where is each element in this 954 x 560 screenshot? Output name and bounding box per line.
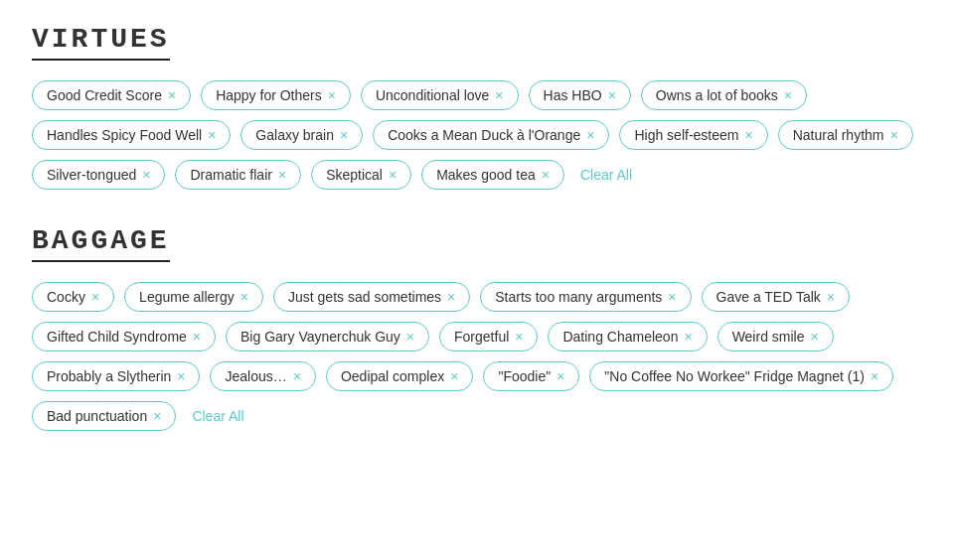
tag: "Foodie"× <box>483 361 579 391</box>
tag-remove-button[interactable]: × <box>889 128 897 142</box>
tag-label: Forgetful <box>454 329 509 345</box>
tag-label: Probably a Slytherin <box>47 368 171 384</box>
tag: Big Gary Vaynerchuk Guy× <box>226 322 429 351</box>
tag-remove-button[interactable]: × <box>668 290 676 304</box>
virtues-tags-container: Good Credit Score×Happy for Others×Uncon… <box>32 80 922 190</box>
tag-remove-button[interactable]: × <box>328 88 336 102</box>
tag: Natural rhythm× <box>778 120 913 150</box>
tag: Skeptical× <box>311 160 411 190</box>
tag-remove-button[interactable]: × <box>208 128 216 142</box>
virtues-section: VIRTUES Good Credit Score×Happy for Othe… <box>32 24 922 190</box>
tag: Jealous…× <box>210 361 315 391</box>
tag-label: Oedipal complex <box>341 368 444 384</box>
tag: Unconditional love× <box>361 80 519 110</box>
tag-remove-button[interactable]: × <box>153 409 161 423</box>
clear-all-button[interactable]: Clear All <box>574 163 638 187</box>
tag: Happy for Others× <box>201 80 351 110</box>
tag-label: Bad punctuation <box>47 408 147 424</box>
tag-label: Dating Chameleon <box>562 329 678 345</box>
tag: Oedipal complex× <box>326 361 473 391</box>
tag: Cooks a Mean Duck à l'Orange× <box>373 120 609 150</box>
tag-label: Starts too many arguments <box>495 289 662 305</box>
tag-label: High self-esteem <box>634 127 738 143</box>
tag-label: Owns a lot of books <box>656 87 778 103</box>
tag-label: Silver-tongued <box>47 167 136 183</box>
tag: Silver-tongued× <box>32 160 165 190</box>
tag: Has HBO× <box>529 80 631 110</box>
tag: High self-esteem× <box>619 120 767 150</box>
tag-label: "Foodie" <box>498 368 551 384</box>
tag-label: Just gets sad sometimes <box>288 289 441 305</box>
tag-label: Legume allergy <box>139 289 235 305</box>
tag-label: Big Gary Vaynerchuk Guy <box>240 329 400 345</box>
tag: "No Coffee No Workee" Fridge Magnet (1)× <box>589 361 893 391</box>
tag-label: Handles Spicy Food Well <box>47 127 202 143</box>
tag-remove-button[interactable]: × <box>827 290 835 304</box>
tag-remove-button[interactable]: × <box>515 330 523 344</box>
tag-remove-button[interactable]: × <box>240 290 248 304</box>
tag-remove-button[interactable]: × <box>177 369 185 383</box>
tag: Good Credit Score× <box>32 80 191 110</box>
baggage-title: BAGGAGE <box>32 225 170 262</box>
tag-remove-button[interactable]: × <box>556 369 564 383</box>
tag: Owns a lot of books× <box>641 80 807 110</box>
tag: Cocky× <box>32 282 114 312</box>
tag: Just gets sad sometimes× <box>273 282 470 312</box>
tag-remove-button[interactable]: × <box>168 88 176 102</box>
tag-label: Jealous… <box>225 368 286 384</box>
tag-label: Cocky <box>47 289 85 305</box>
tag: Makes good tea× <box>421 160 564 190</box>
tag-remove-button[interactable]: × <box>447 290 455 304</box>
tag-remove-button[interactable]: × <box>389 168 397 182</box>
tag-label: Weird smile <box>732 329 805 345</box>
tag: Gifted Child Syndrome× <box>32 322 216 351</box>
tag-remove-button[interactable]: × <box>91 290 99 304</box>
tag: Probably a Slytherin× <box>32 361 200 391</box>
baggage-tags-container: Cocky×Legume allergy×Just gets sad somet… <box>32 282 922 431</box>
tag-label: Unconditional love <box>376 87 489 103</box>
tag-label: Gifted Child Syndrome <box>47 329 187 345</box>
tag: Bad punctuation× <box>32 401 176 431</box>
tag: Gave a TED Talk× <box>702 282 851 312</box>
tag-remove-button[interactable]: × <box>450 369 458 383</box>
tag-remove-button[interactable]: × <box>811 330 819 344</box>
tag: Legume allergy× <box>124 282 263 312</box>
tag-label: Natural rhythm <box>793 127 884 143</box>
tag-remove-button[interactable]: × <box>293 369 301 383</box>
tag-remove-button[interactable]: × <box>193 330 201 344</box>
tag-label: "No Coffee No Workee" Fridge Magnet (1) <box>604 368 865 384</box>
tag-remove-button[interactable]: × <box>278 168 286 182</box>
clear-all-button[interactable]: Clear All <box>186 404 249 428</box>
tag-remove-button[interactable]: × <box>608 88 616 102</box>
tag: Dramatic flair× <box>175 160 301 190</box>
tag-label: Happy for Others <box>216 87 322 103</box>
tag: Weird smile× <box>717 322 834 351</box>
tag-label: Dramatic flair <box>190 167 271 183</box>
tag: Forgetful× <box>439 322 538 351</box>
tag-label: Makes good tea <box>436 167 536 183</box>
tag-remove-button[interactable]: × <box>340 128 348 142</box>
tag-remove-button[interactable]: × <box>871 369 878 383</box>
tag-remove-button[interactable]: × <box>542 168 550 182</box>
baggage-section: BAGGAGE Cocky×Legume allergy×Just gets s… <box>32 225 922 431</box>
tag: Dating Chameleon× <box>548 322 707 351</box>
tag-label: Cooks a Mean Duck à l'Orange <box>388 127 580 143</box>
tag-remove-button[interactable]: × <box>744 128 752 142</box>
tag-label: Galaxy brain <box>255 127 334 143</box>
tag: Starts too many arguments× <box>480 282 691 312</box>
tag-label: Gave a TED Talk <box>716 289 821 305</box>
tag-remove-button[interactable]: × <box>784 88 792 102</box>
tag-label: Skeptical <box>326 167 383 183</box>
tag-remove-button[interactable]: × <box>142 168 150 182</box>
tag-remove-button[interactable]: × <box>406 330 414 344</box>
tag-label: Good Credit Score <box>47 87 162 103</box>
tag: Handles Spicy Food Well× <box>32 120 231 150</box>
virtues-title: VIRTUES <box>32 24 170 61</box>
tag-label: Has HBO <box>544 87 602 103</box>
tag: Galaxy brain× <box>240 120 363 150</box>
tag-remove-button[interactable]: × <box>586 128 594 142</box>
tag-remove-button[interactable]: × <box>495 88 503 102</box>
tag-remove-button[interactable]: × <box>684 330 692 344</box>
